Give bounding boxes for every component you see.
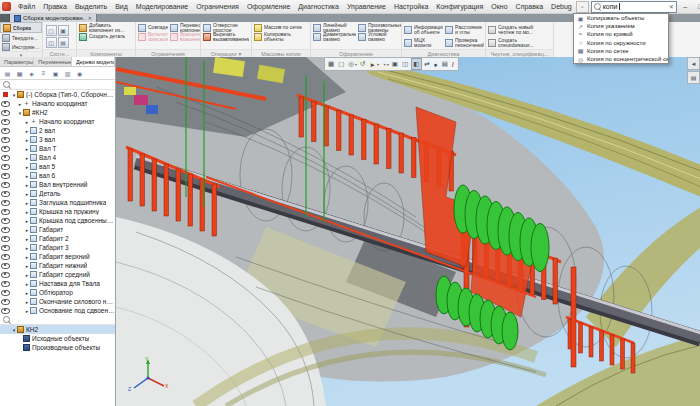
menu-item[interactable]: Вид [111, 3, 132, 10]
quick-access-icon[interactable]: ◫ [46, 37, 57, 48]
document-tab[interactable]: Сборка моделирован.. ✕ [10, 14, 97, 22]
visibility-eye-icon[interactable] [3, 92, 8, 97]
tree-row[interactable]: 3 вал [0, 135, 115, 144]
view-toolbar-icon[interactable]: ▤ [441, 59, 450, 69]
tree-toolbar-icon[interactable]: ▤ [2, 68, 13, 79]
view-toolbar-icon[interactable]: ▢ [337, 59, 346, 69]
menu-item[interactable]: Файл [14, 3, 39, 10]
ribbon-button[interactable]: Массив по сетке [253, 23, 309, 32]
ribbon-button[interactable]: Создать спецификаци... [487, 36, 551, 49]
ribbon-button[interactable]: Вырезать выдавливанием [202, 32, 250, 41]
tree-toolbar-icon[interactable]: ▥ [62, 68, 73, 79]
ribbon-button[interactable]: Линейный размер [312, 23, 357, 32]
visibility-eye-icon[interactable] [1, 299, 10, 305]
visibility-eye-icon[interactable] [1, 254, 10, 260]
tree-row[interactable]: Крышка под сдвоенный СА [0, 216, 115, 225]
quick-access-icon[interactable]: ▢ [46, 25, 57, 36]
visibility-eye-icon[interactable] [1, 155, 10, 161]
view-toolbar-icon[interactable]: ● [433, 59, 440, 69]
ribbon-button[interactable]: Информация об объекте [403, 23, 444, 36]
panel-tab[interactable]: Дерево модели [72, 57, 115, 66]
visibility-eye-icon[interactable] [1, 128, 10, 134]
tree-row[interactable]: Наставка для Твала [0, 279, 115, 288]
ribbon-button[interactable]: Коллекция [309, 23, 310, 32]
visibility-eye-icon[interactable] [1, 191, 10, 197]
visibility-eye-icon[interactable] [1, 209, 10, 215]
tree-row[interactable]: Основание под сдвоенные лопатки [0, 306, 115, 315]
tree-row[interactable]: Габарит [0, 225, 115, 234]
view-toolbar-icon[interactable]: ⇄ [423, 59, 431, 69]
search-result-item[interactable]: ▣ Копировать объекты [574, 14, 668, 22]
tree-row[interactable]: вал 5 [0, 162, 115, 171]
tree-row[interactable]: вал 6 [0, 171, 115, 180]
visibility-eye-icon[interactable] [1, 110, 10, 116]
workspace-tab[interactable]: Инструменты эскиза [0, 42, 42, 51]
visibility-eye-icon[interactable] [1, 272, 10, 278]
menu-item[interactable]: Диагностика [294, 3, 343, 10]
menu-item[interactable]: Моделирование [132, 3, 192, 10]
ribbon-button[interactable]: Зеркальное отражение ко... [134, 23, 135, 32]
ribbon-button[interactable]: Отверстие простое [202, 23, 250, 32]
tree-row[interactable]: Габарит нижний [0, 261, 115, 270]
menu-item[interactable]: Управление [343, 3, 390, 10]
view-toolbar-icon[interactable]: ▣ [391, 59, 400, 69]
search-result-item[interactable]: ○ Копия по окружности [574, 39, 668, 47]
visibility-eye-icon[interactable] [1, 164, 10, 170]
ribbon-button[interactable]: Произвольные размеры [357, 23, 401, 32]
command-search-input[interactable]: копи ✕ [591, 1, 677, 13]
tree-row[interactable]: Габарит верхний [0, 252, 115, 261]
workspace-tab[interactable]: Твердотельное моделирование [0, 33, 42, 42]
tree-row[interactable]: (-) Сборка (Тип-0, Сборочная единица) [0, 90, 115, 99]
view-toolbar-icon[interactable]: ◧ [411, 58, 422, 70]
menu-item[interactable]: Выделить [71, 3, 111, 10]
tree-row[interactable]: Вал 4 [0, 153, 115, 162]
ribbon-button[interactable]: Вращение-вращение [169, 32, 200, 41]
view-toolbar-icon[interactable]: ◎▾ [347, 59, 358, 69]
tree-row[interactable]: Заглушка подшипника [0, 198, 115, 207]
visibility-eye-icon[interactable] [1, 227, 10, 233]
quick-access-icon[interactable]: ▣ [58, 25, 69, 36]
visibility-eye-icon[interactable] [1, 137, 10, 143]
quick-access-icon[interactable]: ▤ [58, 37, 69, 48]
visibility-eye-icon[interactable] [1, 308, 10, 314]
menu-item[interactable]: Оформление [243, 3, 294, 10]
minimize-button[interactable]: – [679, 3, 692, 10]
3d-viewport[interactable]: ▦ ▢ ◎▾ ↺ ►▾ [116, 57, 700, 406]
tree-toolbar-icon[interactable]: ◉ [74, 68, 85, 79]
tree-row[interactable]: Деталь [0, 189, 115, 198]
ribbon-button[interactable]: Диаметральный размер [312, 32, 357, 41]
ribbon-button[interactable]: Переместить компонент [169, 23, 200, 32]
viewport-side-button[interactable]: ▤ [687, 71, 700, 84]
tree-toolbar-icon[interactable]: ▦ [14, 68, 25, 79]
menu-item[interactable]: Конфигурация [432, 3, 487, 10]
ribbon-button[interactable]: Проверка пересечений [444, 36, 485, 49]
visibility-eye-icon[interactable] [1, 182, 10, 188]
visibility-eye-icon[interactable] [1, 236, 10, 242]
view-toolbar-icon[interactable]: ►▾ [368, 59, 379, 69]
menu-item[interactable]: Debug [547, 3, 576, 10]
visibility-eye-icon[interactable] [1, 119, 10, 125]
tree-toolbar-icon[interactable]: ◈ [26, 68, 37, 79]
close-tab-icon[interactable]: ✕ [88, 15, 92, 21]
visibility-eye-icon[interactable] [1, 200, 10, 206]
ribbon-button[interactable]: Сечение [250, 23, 251, 32]
visibility-eye-icon[interactable] [1, 290, 10, 296]
visibility-eye-icon[interactable] [1, 245, 10, 251]
tree-row[interactable]: Вал внутренний [0, 180, 115, 189]
tree-row[interactable]: Начало координат [0, 99, 115, 108]
visibility-eye-icon[interactable] [1, 146, 10, 152]
tree-row[interactable]: Вал Т [0, 144, 115, 153]
search-result-item[interactable]: ▦ Копия по сетке [574, 47, 668, 55]
tree-row[interactable]: Исходные объекты [0, 334, 115, 343]
ribbon-button[interactable]: Создать деталь [78, 32, 134, 41]
panel-toggle-button[interactable]: ▫ [576, 1, 589, 13]
ribbon-button[interactable]: Расстояние и углы [444, 23, 485, 36]
search-result-item[interactable]: ↗ Копия указанием [574, 22, 668, 30]
ribbon-button[interactable]: Добавить компонент из... [78, 23, 134, 32]
tree2-search-input[interactable] [0, 315, 115, 325]
tree-row[interactable]: #КН2 [0, 108, 115, 117]
tree-row[interactable]: Габарит 2 [0, 234, 115, 243]
tree-row[interactable]: Крышка на пружину [0, 207, 115, 216]
ribbon-button[interactable]: Создать новый чертеж по мо... [487, 23, 551, 36]
view-toolbar-icon[interactable]: ▦ [327, 59, 336, 69]
